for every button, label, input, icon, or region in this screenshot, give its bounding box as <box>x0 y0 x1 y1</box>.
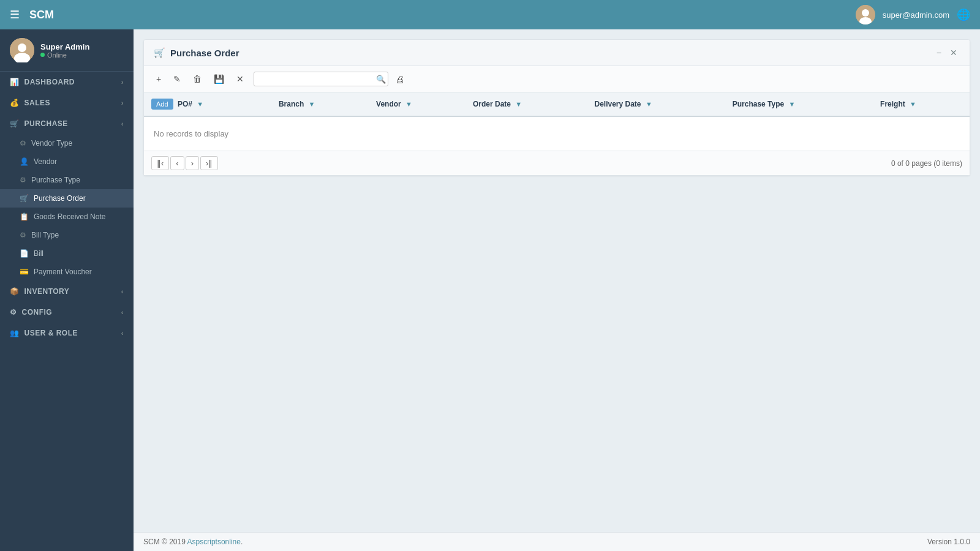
filter-icon-vendor[interactable]: ▼ <box>405 100 412 108</box>
sidebar-item-label: Bill Type <box>31 231 59 239</box>
section-left-purchase: 🛒 PURCHASE <box>10 119 68 128</box>
section-left-inventory: 📦 INVENTORY <box>10 287 69 296</box>
col-po-number: Add PO# ▼ <box>144 92 271 116</box>
card-header: 🛒 Purchase Order − ✕ <box>144 40 970 66</box>
col-header-vendor: Vendor <box>376 100 401 108</box>
prev-page-button[interactable]: ‹ <box>170 156 184 170</box>
page-title: Purchase Order <box>170 48 239 58</box>
purchase-order-card: 🛒 Purchase Order − ✕ + ✎ 🗑 💾 ✕ <box>143 39 970 176</box>
document-icon: 📄 <box>20 249 29 258</box>
sidebar-item-purchase-order[interactable]: 🛒 Purchase Order <box>0 189 134 208</box>
gear-icon: ⚙ <box>20 139 26 148</box>
col-header-delivery-date: Delivery Date <box>595 100 641 108</box>
chevron-down-icon: ‹ <box>121 120 124 127</box>
gear-icon: ⚙ <box>20 176 26 184</box>
last-page-button[interactable]: ›‖ <box>200 156 218 170</box>
footer-link-suffix: . <box>241 538 243 546</box>
sidebar-item-vendor[interactable]: 👤 Vendor <box>0 152 134 171</box>
sidebar-status: Online <box>40 51 89 59</box>
sidebar-item-label: Goods Received Note <box>34 212 105 221</box>
sidebar-item-goods-received-note[interactable]: 📋 Goods Received Note <box>0 208 134 226</box>
search-input[interactable] <box>254 72 388 86</box>
section-left-config: ⚙ CONFIG <box>10 308 52 317</box>
next-page-button[interactable]: › <box>186 156 199 170</box>
config-icon: ⚙ <box>10 308 17 317</box>
sidebar-item-inventory[interactable]: 📦 INVENTORY ‹ <box>0 281 134 302</box>
card-controls: − ✕ <box>934 47 960 58</box>
sidebar-item-label: Purchase Type <box>31 176 80 184</box>
chevron-right-icon: › <box>121 78 124 86</box>
sidebar-item-label: DASHBOARD <box>24 78 75 86</box>
footer-copyright-text: SCM © 2019 <box>143 538 187 546</box>
sidebar-item-dashboard[interactable]: 📊 DASHBOARD › <box>0 72 134 92</box>
sales-icon: 💰 <box>10 99 20 107</box>
user-email: super@admin.com <box>883 10 949 20</box>
sidebar-item-payment-voucher[interactable]: 💳 Payment Voucher <box>0 263 134 281</box>
sidebar-item-label: INVENTORY <box>24 287 70 296</box>
save-record-button[interactable]: 💾 <box>209 71 229 87</box>
no-records-row: No records to display <box>144 116 970 151</box>
filter-icon-delivery-date[interactable]: ▼ <box>646 100 652 108</box>
footer-copyright: SCM © 2019 Aspscriptsonline. <box>143 538 243 546</box>
sidebar-item-sales[interactable]: 💰 SALES › <box>0 92 134 113</box>
col-freight: Freight ▼ <box>873 92 970 116</box>
hamburger-menu[interactable]: ☰ <box>10 8 20 21</box>
minimize-button[interactable]: − <box>934 47 944 58</box>
svg-point-1 <box>862 9 869 17</box>
first-page-button[interactable]: ‖‹ <box>151 156 169 170</box>
sidebar-item-label: USER & ROLE <box>24 329 78 337</box>
table-add-button[interactable]: Add <box>151 99 173 110</box>
sidebar-item-label: Purchase Order <box>34 194 86 203</box>
sidebar-item-config[interactable]: ⚙ CONFIG ‹ <box>0 302 134 323</box>
col-purchase-type: Purchase Type ▼ <box>725 92 873 116</box>
sidebar-item-label: CONFIG <box>22 308 53 317</box>
table-body: No records to display <box>144 116 970 151</box>
col-header-po-number: PO# <box>178 100 192 108</box>
top-nav-right: super@admin.com 🌐 <box>856 5 970 24</box>
top-navigation: ☰ SCM super@admin.com 🌐 <box>0 0 980 29</box>
delete-record-button[interactable]: 🗑 <box>188 71 206 87</box>
table-wrapper: Add PO# ▼ Branch ▼ Vendor <box>144 92 970 151</box>
person-icon: 👤 <box>20 157 29 166</box>
sidebar-item-bill-type[interactable]: ⚙ Bill Type <box>0 226 134 244</box>
footer-link[interactable]: Aspscriptsonline <box>187 538 241 546</box>
sidebar-item-label: Payment Voucher <box>34 268 92 276</box>
card-title: 🛒 Purchase Order <box>154 47 239 58</box>
search-button[interactable]: 🔍 <box>376 75 386 84</box>
svg-point-4 <box>18 43 26 52</box>
sidebar-item-vendor-type[interactable]: ⚙ Vendor Type <box>0 134 134 152</box>
filter-icon-freight[interactable]: ▼ <box>910 100 916 108</box>
edit-record-button[interactable]: ✎ <box>168 71 186 87</box>
users-icon: 👥 <box>10 329 20 337</box>
chevron-right-icon: ‹ <box>121 329 124 337</box>
sidebar-item-user-role[interactable]: 👥 USER & ROLE ‹ <box>0 323 134 343</box>
sidebar-item-label: PURCHASE <box>24 119 68 128</box>
status-text: Online <box>47 51 67 59</box>
section-left-user-role: 👥 USER & ROLE <box>10 329 78 337</box>
purchase-icon: 🛒 <box>10 119 20 128</box>
toolbar: + ✎ 🗑 💾 ✕ 🔍 🖨 <box>144 66 970 92</box>
sidebar-user-details: Super Admin Online <box>40 42 89 59</box>
filter-icon-order-date[interactable]: ▼ <box>515 100 522 108</box>
filter-icon-branch[interactable]: ▼ <box>309 100 315 108</box>
sidebar-item-purchase[interactable]: 🛒 PURCHASE ‹ <box>0 113 134 134</box>
close-button[interactable]: ✕ <box>948 47 960 58</box>
col-vendor: Vendor ▼ <box>369 92 466 116</box>
filter-icon-po[interactable]: ▼ <box>197 100 203 108</box>
filter-icon-purchase-type[interactable]: ▼ <box>789 100 796 108</box>
print-button[interactable]: 🖨 <box>391 72 409 87</box>
inventory-icon: 📦 <box>10 287 20 296</box>
col-delivery-date: Delivery Date ▼ <box>587 92 725 116</box>
sidebar-item-purchase-type[interactable]: ⚙ Purchase Type <box>0 171 134 189</box>
pagination-buttons: ‖‹ ‹ › ›‖ <box>151 156 218 170</box>
purchase-order-table: Add PO# ▼ Branch ▼ Vendor <box>144 92 970 151</box>
globe-icon[interactable]: 🌐 <box>957 8 970 21</box>
main-layout: Super Admin Online 📊 DASHBOARD › 💰 SALES… <box>0 29 980 551</box>
cancel-record-button[interactable]: ✕ <box>232 71 249 87</box>
pagination-bar: ‖‹ ‹ › ›‖ 0 of 0 pages (0 items) <box>144 151 970 175</box>
main-content: 🛒 Purchase Order − ✕ + ✎ 🗑 💾 ✕ <box>134 29 980 551</box>
table-header-row: Add PO# ▼ Branch ▼ Vendor <box>144 92 970 116</box>
sidebar-item-bill[interactable]: 📄 Bill <box>0 244 134 263</box>
sidebar-item-label: Vendor Type <box>31 139 72 148</box>
add-record-button[interactable]: + <box>151 71 166 87</box>
